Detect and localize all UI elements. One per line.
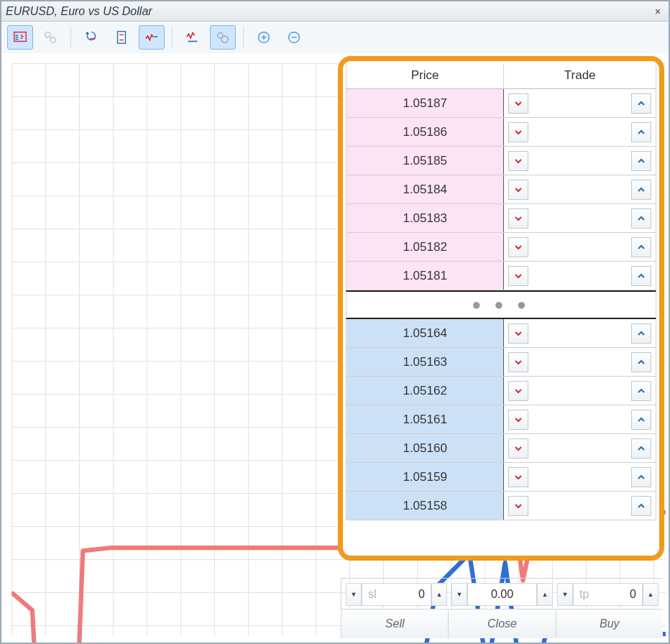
dom-row[interactable]: 1.05164 [346,319,656,348]
step-up-icon[interactable]: ▲ [537,583,553,606]
svg-rect-3 [118,32,126,44]
buy-button[interactable]: Buy [556,610,663,638]
trade-cell [504,204,656,232]
trade-buy-button[interactable] [631,266,651,286]
dom-row[interactable]: 1.05187 [346,89,656,118]
dom-toggle-button[interactable] [7,25,33,50]
trade-sell-button[interactable] [508,352,528,372]
dropdown-icon[interactable]: ▼ [346,583,362,606]
price-cell: 1.05160 [346,434,504,462]
trade-sell-button[interactable] [508,237,528,257]
price-cell: 1.05182 [346,233,504,261]
chart-tick-shift-button[interactable] [180,25,206,50]
trade-cell [504,434,656,462]
dom-row[interactable]: 1.05162 [346,377,656,405]
dom-row[interactable]: 1.05163 [346,348,656,377]
col-price: Price [346,64,504,88]
trade-buy-button[interactable] [631,467,651,487]
zoom-out-button[interactable] [281,25,307,50]
zoom-in-button[interactable] [251,25,277,50]
refresh-button[interactable] [78,25,104,50]
trade-cell [504,348,656,376]
svg-point-1 [45,32,50,37]
link-button[interactable] [37,25,63,50]
trade-sell-button[interactable] [508,496,528,516]
col-trade: Trade [504,64,656,88]
close-button[interactable]: Close [449,610,556,638]
price-cell: 1.05162 [346,377,504,405]
chart-tick-button[interactable] [139,25,165,50]
price-cell: 1.05164 [346,319,504,347]
trade-cell [504,118,656,146]
trade-buy-button[interactable] [631,352,651,372]
window: EURUSD, Euro vs US Dollar × [0,0,670,644]
dropdown-icon[interactable]: ▼ [451,583,467,606]
step-up-icon[interactable]: ▲ [431,583,447,606]
snap-button[interactable] [109,25,134,50]
trade-buy-button[interactable] [631,381,651,401]
trade-buy-button[interactable] [631,93,651,114]
svg-point-2 [50,37,55,42]
trade-sell-button[interactable] [508,467,528,487]
trade-sell-button[interactable] [508,180,528,200]
close-icon[interactable]: × [651,5,664,18]
price-cell: 1.05187 [346,89,504,117]
tp-prefix: tp [579,588,589,601]
trade-buy-button[interactable] [631,122,651,142]
toolbar [1,22,669,53]
trade-sell-button[interactable] [508,381,528,401]
order-controls: ▼ sl 0 ▲ ▼ 0.00 ▲ ▼ t [341,578,663,638]
trade-buy-button[interactable] [631,323,651,344]
sl-value[interactable]: 0 [418,588,425,601]
trade-sell-button[interactable] [508,93,528,114]
lot-spinner[interactable]: ▼ 0.00 ▲ [451,583,553,606]
trade-sell-button[interactable] [508,266,528,286]
dom-row[interactable]: 1.05182 [346,233,656,262]
trade-cell [504,319,656,347]
trade-cell [504,262,656,290]
step-up-icon[interactable]: ▲ [643,583,658,606]
price-cell: 1.05185 [346,147,504,175]
trade-buy-button[interactable] [631,496,651,516]
trade-cell [504,233,656,261]
dom-row[interactable]: 1.05160 [346,434,656,463]
bubble-button[interactable] [210,25,236,50]
trade-sell-button[interactable] [508,208,528,229]
dom-row[interactable]: 1.05184 [346,175,656,204]
price-cell: 1.05163 [346,348,504,376]
trade-sell-button[interactable] [508,323,528,344]
body: Price Trade 1.051871.051861.051851.05184… [1,53,669,643]
trade-buy-button[interactable] [631,438,651,459]
trade-sell-button[interactable] [508,438,528,459]
dom-row[interactable]: 1.05183 [346,204,656,233]
price-cell: 1.05158 [346,492,504,520]
tp-value[interactable]: 0 [630,588,636,601]
dom-row[interactable]: 1.05159 [346,463,656,492]
sl-prefix: sl [368,588,377,601]
dom-row[interactable]: 1.05186 [346,118,656,147]
lot-value[interactable]: 0.00 [491,588,513,601]
price-cell: 1.05159 [346,463,504,491]
trade-cell [504,463,656,491]
trade-sell-button[interactable] [508,410,528,430]
dom-row[interactable]: 1.05158 [346,492,656,520]
trade-buy-button[interactable] [631,410,651,430]
svg-point-5 [221,36,228,42]
dom-row[interactable]: 1.05161 [346,405,656,434]
trade-buy-button[interactable] [631,151,651,171]
trade-buy-button[interactable] [631,180,651,200]
trade-buy-button[interactable] [631,208,651,229]
sell-button[interactable]: Sell [341,610,449,638]
sl-spinner[interactable]: ▼ sl 0 ▲ [346,583,447,606]
dropdown-icon[interactable]: ▼ [557,583,573,606]
dom-row[interactable]: 1.05181 [346,262,656,290]
price-cell: 1.05181 [346,262,504,290]
dom-row[interactable]: 1.05185 [346,147,656,175]
trade-cell [504,175,656,203]
trade-buy-button[interactable] [631,237,651,257]
tp-spinner[interactable]: ▼ tp 0 ▲ [557,583,658,606]
trade-cell [504,492,656,520]
price-cell: 1.05161 [346,405,504,433]
trade-sell-button[interactable] [508,122,528,142]
trade-sell-button[interactable] [508,151,528,171]
